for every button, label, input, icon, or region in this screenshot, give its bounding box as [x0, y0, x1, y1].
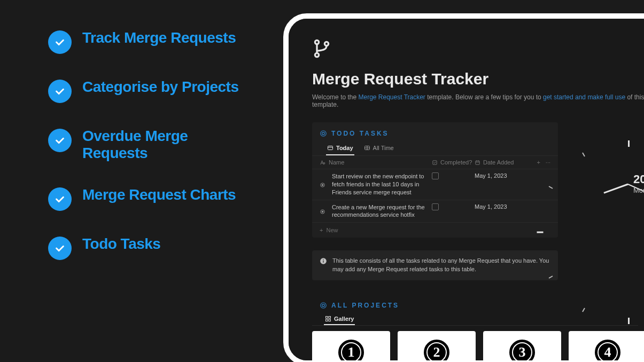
- svg-rect-12: [476, 161, 479, 164]
- tab-all-time[interactable]: All Time: [363, 141, 395, 155]
- check-icon: [48, 237, 72, 260]
- table-icon: [364, 145, 370, 151]
- new-row-button[interactable]: + New: [312, 223, 558, 238]
- info-text: This table consists of all the tasks rel…: [332, 257, 550, 274]
- new-label: New: [326, 227, 338, 233]
- intro-mid: template. Below are a few tips for you t…: [425, 93, 543, 101]
- svg-point-24: [322, 304, 325, 307]
- row-name: Start review on the new endpoint to fetc…: [332, 172, 432, 196]
- check-icon: [48, 80, 72, 103]
- text-icon: [320, 160, 325, 166]
- svg-point-17: [322, 184, 323, 186]
- intro-prefix: Welcome to the: [312, 93, 358, 101]
- table-header: Name Completed? Date Added + ···: [312, 156, 558, 169]
- project-card[interactable]: 3: [483, 331, 561, 362]
- col-name-label: Name: [329, 159, 344, 166]
- tab-today[interactable]: Today: [326, 141, 354, 155]
- hour-hand: [603, 184, 628, 194]
- gallery-icon: [325, 316, 331, 322]
- feature-item: Categorise by Projects: [48, 78, 240, 103]
- number-badge: 1: [338, 340, 364, 362]
- project-card[interactable]: 1: [312, 331, 390, 362]
- target-icon: [320, 302, 327, 309]
- svg-rect-11: [433, 160, 437, 164]
- svg-point-0: [315, 40, 319, 44]
- clock-time: 20:19: [633, 172, 644, 186]
- feature-label: Overdue Merge Requests: [82, 128, 240, 162]
- feature-label: Merge Request Charts: [82, 186, 236, 203]
- project-card[interactable]: 4: [569, 331, 644, 362]
- feature-item: Merge Request Charts: [48, 186, 240, 211]
- intro-text: Welcome to the Merge Request Tracker tem…: [312, 93, 644, 108]
- tab-gallery[interactable]: Gallery: [324, 313, 355, 325]
- feature-item: Todo Tasks: [48, 235, 240, 260]
- feature-label: Categorise by Projects: [82, 78, 238, 96]
- target-icon: [320, 130, 327, 137]
- page-icon: [320, 182, 325, 188]
- checkbox[interactable]: [432, 203, 439, 210]
- git-branch-icon: [312, 39, 644, 60]
- checkbox-icon: [432, 160, 438, 166]
- tab-gallery-label: Gallery: [334, 316, 354, 322]
- projects-section: ALL PROJECTS Gallery 1 2 3: [312, 302, 644, 362]
- info-icon: [320, 257, 327, 274]
- svg-point-22: [323, 259, 324, 261]
- svg-rect-26: [329, 317, 331, 319]
- table-row[interactable]: Create a new Merge request for the recom…: [312, 200, 558, 223]
- col-completed-label: Completed?: [440, 159, 472, 166]
- svg-rect-21: [323, 261, 323, 263]
- todo-section: TODO TASKS Today All Time: [312, 122, 558, 238]
- clock-widget: 20:19 Monday: [577, 131, 644, 238]
- feature-label: Track Merge Requests: [82, 29, 236, 46]
- row-date: May 1, 2023: [475, 203, 507, 210]
- tab-today-label: Today: [336, 145, 353, 151]
- tab-all-time-label: All Time: [373, 145, 394, 151]
- check-icon: [48, 30, 72, 54]
- svg-rect-25: [326, 317, 328, 319]
- svg-point-4: [322, 132, 325, 135]
- intro-link[interactable]: get started and make full use: [543, 93, 625, 101]
- clock-day: Monday: [633, 186, 644, 194]
- svg-point-1: [315, 53, 319, 57]
- row-date: May 1, 2023: [475, 172, 507, 179]
- table-row[interactable]: Start review on the new endpoint to fetc…: [312, 169, 558, 200]
- page-title: Merge Request Tracker: [312, 70, 644, 88]
- svg-point-23: [321, 303, 327, 309]
- feature-item: Track Merge Requests: [48, 29, 240, 54]
- project-card[interactable]: 2: [398, 331, 476, 362]
- feature-list: Track Merge Requests Categorise by Proje…: [48, 29, 240, 285]
- todo-tabs: Today All Time: [312, 141, 558, 156]
- plus-icon: +: [320, 227, 323, 233]
- list-icon: [327, 145, 333, 151]
- add-column-icon[interactable]: +: [537, 159, 540, 166]
- number-badge: 4: [595, 340, 620, 362]
- device-frame: Merge Request Tracker Welcome to the Mer…: [283, 13, 644, 362]
- info-callout: This table consists of all the tasks rel…: [312, 250, 558, 280]
- row-name: Create a new Merge request for the recom…: [332, 203, 432, 219]
- project-cards: 1 2 3 4: [312, 331, 644, 362]
- notion-page: Merge Request Tracker Welcome to the Mer…: [289, 19, 644, 360]
- svg-point-19: [322, 211, 323, 213]
- calendar-icon: [475, 160, 480, 166]
- check-icon: [48, 129, 72, 152]
- projects-title: ALL PROJECTS: [331, 302, 399, 309]
- col-date-label: Date Added: [483, 159, 514, 166]
- svg-point-3: [321, 131, 327, 137]
- svg-rect-5: [328, 146, 333, 150]
- checkbox[interactable]: [432, 172, 439, 179]
- page-icon: [320, 209, 325, 215]
- svg-rect-27: [326, 319, 328, 321]
- check-icon: [48, 187, 72, 211]
- number-badge: 2: [424, 340, 449, 362]
- feature-label: Todo Tasks: [82, 235, 160, 253]
- svg-rect-28: [329, 319, 331, 321]
- feature-item: Overdue Merge Requests: [48, 128, 240, 162]
- number-badge: 3: [509, 340, 535, 362]
- svg-point-2: [324, 42, 328, 45]
- more-icon[interactable]: ···: [546, 159, 550, 166]
- intro-link[interactable]: Merge Request Tracker: [358, 93, 425, 101]
- todo-title: TODO TASKS: [331, 130, 389, 137]
